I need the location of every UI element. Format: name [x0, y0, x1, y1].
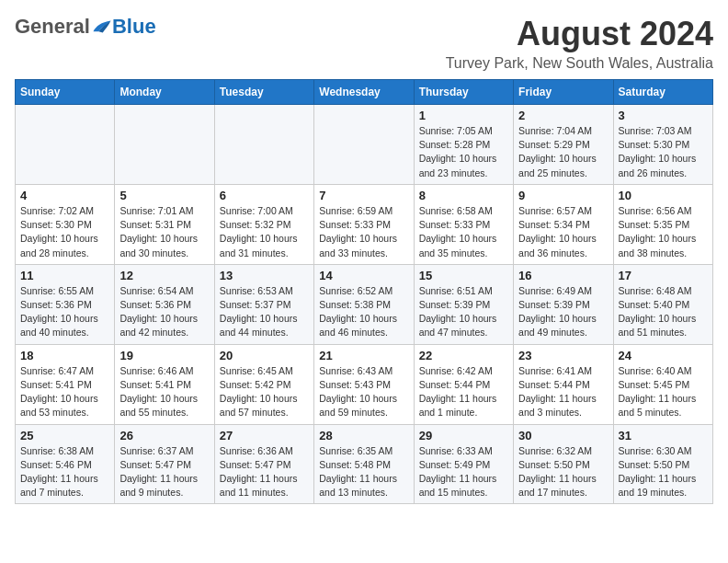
calendar-cell: 30Sunrise: 6:32 AMSunset: 5:50 PMDayligh… [514, 424, 613, 504]
cell-day-number: 26 [119, 429, 209, 442]
calendar-cell: 6Sunrise: 7:00 AMSunset: 5:32 PMDaylight… [214, 184, 313, 264]
cell-day-number: 21 [319, 349, 408, 362]
calendar-cell: 5Sunrise: 7:01 AMSunset: 5:31 PMDaylight… [115, 184, 214, 264]
cell-day-info: Sunrise: 6:49 AMSunset: 5:39 PMDaylight:… [518, 284, 608, 340]
calendar-cell: 17Sunrise: 6:48 AMSunset: 5:40 PMDayligh… [613, 264, 712, 344]
calendar-cell [16, 105, 115, 185]
day-header-sunday: Sunday [16, 80, 115, 105]
cell-day-info: Sunrise: 6:30 AMSunset: 5:50 PMDaylight:… [619, 444, 708, 500]
cell-day-info: Sunrise: 6:36 AMSunset: 5:47 PMDaylight:… [220, 444, 309, 500]
cell-day-number: 4 [20, 189, 109, 202]
cell-day-number: 16 [518, 269, 608, 282]
cell-day-number: 3 [619, 109, 708, 122]
calendar-cell: 29Sunrise: 6:33 AMSunset: 5:49 PMDayligh… [414, 424, 513, 504]
cell-day-number: 15 [419, 269, 508, 282]
calendar-cell: 4Sunrise: 7:02 AMSunset: 5:30 PMDaylight… [16, 184, 115, 264]
cell-day-number: 12 [119, 269, 209, 282]
cell-day-info: Sunrise: 6:41 AMSunset: 5:44 PMDaylight:… [518, 364, 608, 420]
cell-day-info: Sunrise: 6:56 AMSunset: 5:35 PMDaylight:… [619, 204, 708, 260]
cell-day-info: Sunrise: 7:04 AMSunset: 5:29 PMDaylight:… [518, 124, 608, 180]
cell-day-info: Sunrise: 6:47 AMSunset: 5:41 PMDaylight:… [20, 364, 109, 420]
cell-day-number: 17 [619, 269, 708, 282]
cell-day-number: 1 [419, 109, 508, 122]
day-header-monday: Monday [115, 80, 214, 105]
logo: General Blue [15, 15, 156, 39]
calendar-week-row: 18Sunrise: 6:47 AMSunset: 5:41 PMDayligh… [16, 344, 713, 424]
cell-day-number: 23 [518, 349, 608, 362]
calendar-cell: 8Sunrise: 6:58 AMSunset: 5:33 PMDaylight… [414, 184, 513, 264]
cell-day-info: Sunrise: 6:59 AMSunset: 5:33 PMDaylight:… [319, 204, 408, 260]
cell-day-number: 20 [220, 349, 309, 362]
cell-day-number: 28 [319, 429, 408, 442]
cell-day-number: 19 [119, 349, 209, 362]
cell-day-info: Sunrise: 6:51 AMSunset: 5:39 PMDaylight:… [419, 284, 508, 340]
logo-bird-icon [92, 18, 112, 35]
calendar-cell [214, 105, 313, 185]
cell-day-number: 31 [619, 429, 708, 442]
day-header-thursday: Thursday [414, 80, 513, 105]
cell-day-info: Sunrise: 6:46 AMSunset: 5:41 PMDaylight:… [119, 364, 209, 420]
calendar-week-row: 25Sunrise: 6:38 AMSunset: 5:46 PMDayligh… [16, 424, 713, 504]
cell-day-info: Sunrise: 6:57 AMSunset: 5:34 PMDaylight:… [518, 204, 608, 260]
logo-general-text: General [15, 15, 90, 39]
calendar-cell: 14Sunrise: 6:52 AMSunset: 5:38 PMDayligh… [314, 264, 414, 344]
day-header-tuesday: Tuesday [214, 80, 313, 105]
cell-day-info: Sunrise: 6:32 AMSunset: 5:50 PMDaylight:… [518, 444, 608, 500]
cell-day-number: 27 [220, 429, 309, 442]
cell-day-info: Sunrise: 6:58 AMSunset: 5:33 PMDaylight:… [419, 204, 508, 260]
calendar-cell: 25Sunrise: 6:38 AMSunset: 5:46 PMDayligh… [16, 424, 115, 504]
cell-day-info: Sunrise: 6:38 AMSunset: 5:46 PMDaylight:… [20, 444, 109, 500]
day-header-wednesday: Wednesday [314, 80, 414, 105]
calendar-table: SundayMondayTuesdayWednesdayThursdayFrid… [15, 79, 713, 504]
calendar-cell: 20Sunrise: 6:45 AMSunset: 5:42 PMDayligh… [214, 344, 313, 424]
cell-day-info: Sunrise: 7:00 AMSunset: 5:32 PMDaylight:… [220, 204, 309, 260]
calendar-cell: 19Sunrise: 6:46 AMSunset: 5:41 PMDayligh… [115, 344, 214, 424]
calendar-cell: 16Sunrise: 6:49 AMSunset: 5:39 PMDayligh… [514, 264, 613, 344]
cell-day-info: Sunrise: 6:45 AMSunset: 5:42 PMDaylight:… [220, 364, 309, 420]
calendar-cell: 2Sunrise: 7:04 AMSunset: 5:29 PMDaylight… [514, 105, 613, 185]
cell-day-number: 8 [419, 189, 508, 202]
page-header: General Blue August 2024 Turvey Park, Ne… [15, 15, 713, 72]
cell-day-number: 7 [319, 189, 408, 202]
calendar-cell: 1Sunrise: 7:05 AMSunset: 5:28 PMDaylight… [414, 105, 513, 185]
cell-day-number: 25 [20, 429, 109, 442]
cell-day-info: Sunrise: 7:03 AMSunset: 5:30 PMDaylight:… [619, 124, 708, 180]
cell-day-info: Sunrise: 6:55 AMSunset: 5:36 PMDaylight:… [20, 284, 109, 340]
calendar-cell: 7Sunrise: 6:59 AMSunset: 5:33 PMDaylight… [314, 184, 414, 264]
title-section: August 2024 Turvey Park, New South Wales… [446, 15, 713, 72]
cell-day-number: 22 [419, 349, 508, 362]
cell-day-number: 6 [220, 189, 309, 202]
calendar-header-row: SundayMondayTuesdayWednesdayThursdayFrid… [16, 80, 713, 105]
calendar-week-row: 4Sunrise: 7:02 AMSunset: 5:30 PMDaylight… [16, 184, 713, 264]
calendar-week-row: 11Sunrise: 6:55 AMSunset: 5:36 PMDayligh… [16, 264, 713, 344]
cell-day-info: Sunrise: 7:01 AMSunset: 5:31 PMDaylight:… [119, 204, 209, 260]
logo-blue-text: Blue [112, 15, 156, 39]
cell-day-number: 2 [518, 109, 608, 122]
calendar-cell: 28Sunrise: 6:35 AMSunset: 5:48 PMDayligh… [314, 424, 414, 504]
cell-day-number: 9 [518, 189, 608, 202]
calendar-cell: 27Sunrise: 6:36 AMSunset: 5:47 PMDayligh… [214, 424, 313, 504]
calendar-week-row: 1Sunrise: 7:05 AMSunset: 5:28 PMDaylight… [16, 105, 713, 185]
cell-day-number: 30 [518, 429, 608, 442]
cell-day-info: Sunrise: 6:52 AMSunset: 5:38 PMDaylight:… [319, 284, 408, 340]
cell-day-number: 5 [119, 189, 209, 202]
cell-day-info: Sunrise: 6:37 AMSunset: 5:47 PMDaylight:… [119, 444, 209, 500]
calendar-cell: 10Sunrise: 6:56 AMSunset: 5:35 PMDayligh… [613, 184, 712, 264]
page-subtitle: Turvey Park, New South Wales, Australia [446, 55, 713, 72]
calendar-cell [314, 105, 414, 185]
cell-day-number: 14 [319, 269, 408, 282]
cell-day-number: 13 [220, 269, 309, 282]
cell-day-info: Sunrise: 6:40 AMSunset: 5:45 PMDaylight:… [619, 364, 708, 420]
calendar-cell [115, 105, 214, 185]
cell-day-info: Sunrise: 6:54 AMSunset: 5:36 PMDaylight:… [119, 284, 209, 340]
calendar-cell: 13Sunrise: 6:53 AMSunset: 5:37 PMDayligh… [214, 264, 313, 344]
calendar-cell: 23Sunrise: 6:41 AMSunset: 5:44 PMDayligh… [514, 344, 613, 424]
calendar-cell: 31Sunrise: 6:30 AMSunset: 5:50 PMDayligh… [613, 424, 712, 504]
cell-day-info: Sunrise: 6:42 AMSunset: 5:44 PMDaylight:… [419, 364, 508, 420]
cell-day-number: 11 [20, 269, 109, 282]
cell-day-number: 10 [619, 189, 708, 202]
day-header-saturday: Saturday [613, 80, 712, 105]
cell-day-info: Sunrise: 6:53 AMSunset: 5:37 PMDaylight:… [220, 284, 309, 340]
cell-day-number: 18 [20, 349, 109, 362]
calendar-cell: 11Sunrise: 6:55 AMSunset: 5:36 PMDayligh… [16, 264, 115, 344]
